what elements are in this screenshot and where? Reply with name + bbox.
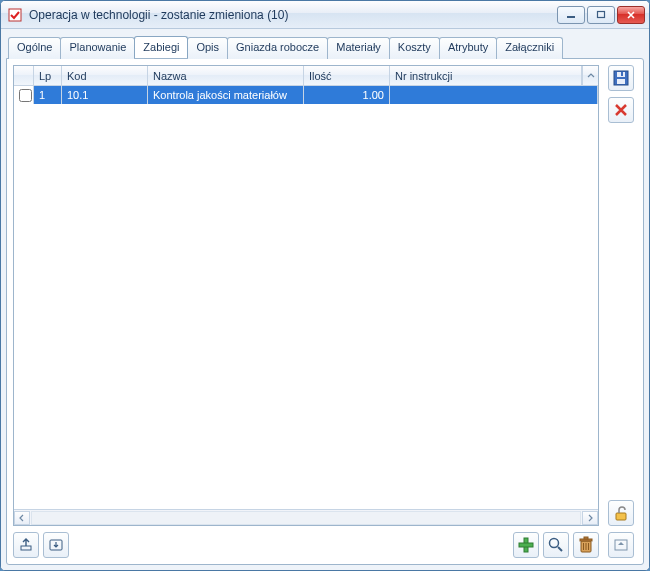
side-toolbar [605,65,637,558]
app-window: Operacja w technologii - zostanie zmieni… [0,0,650,571]
cell-kod: 10.1 [62,86,148,104]
scroll-up-button[interactable] [582,66,598,85]
tab-koszty[interactable]: Koszty [389,37,440,59]
tab-atrybuty[interactable]: Atrybuty [439,37,497,59]
app-icon [7,7,23,23]
export-button[interactable] [13,532,39,558]
cell-nazwa: Kontrola jakości materiałów [148,86,304,104]
chevron-left-icon [19,514,25,522]
cell-ilosc: 1.00 [304,86,390,104]
trash-icon [578,536,594,554]
table-row[interactable]: 1 10.1 Kontrola jakości materiałów 1.00 [14,86,598,104]
delete-button[interactable] [573,532,599,558]
cell-instr [390,86,598,104]
svg-rect-0 [9,9,21,21]
maximize-button[interactable] [587,6,615,24]
row-checkbox-cell[interactable] [14,86,34,104]
tab-ogolne[interactable]: Ogólne [8,37,61,59]
svg-rect-1 [567,16,575,18]
column-nazwa[interactable]: Nazwa [148,66,304,85]
cell-lp: 1 [34,86,62,104]
grid-body[interactable]: 1 10.1 Kontrola jakości materiałów 1.00 [14,86,598,509]
lock-button[interactable] [608,500,634,526]
tab-planowanie[interactable]: Planowanie [60,37,135,59]
column-checkbox[interactable] [14,66,34,85]
cancel-button[interactable] [608,97,634,123]
bottom-toolbar [13,532,599,558]
column-lp[interactable]: Lp [34,66,62,85]
svg-rect-10 [584,537,588,539]
x-icon [613,102,629,118]
tab-panel: Lp Kod Nazwa Ilość Nr instrukcji [6,58,644,565]
export-icon [18,537,34,553]
window-buttons [557,6,645,24]
content-area: Ogólne Planowanie Zabiegi Opis Gniazda r… [1,29,649,570]
collapse-icon [613,538,629,552]
tab-materialy[interactable]: Materiały [327,37,390,59]
scroll-right-button[interactable] [582,511,598,525]
close-button[interactable] [617,6,645,24]
maximize-icon [596,10,606,19]
minimize-icon [566,11,576,19]
svg-rect-13 [617,79,625,84]
magnifier-icon [547,536,565,554]
titlebar[interactable]: Operacja w technologii - zostanie zmieni… [1,1,649,29]
save-button[interactable] [608,65,634,91]
minimize-button[interactable] [557,6,585,24]
column-ilosc[interactable]: Ilość [304,66,390,85]
svg-rect-6 [519,543,533,547]
tab-gniazda[interactable]: Gniazda robocze [227,37,328,59]
padlock-open-icon [613,505,629,521]
window-title: Operacja w technologii - zostanie zmieni… [29,8,557,22]
column-kod[interactable]: Kod [62,66,148,85]
tab-zalaczniki[interactable]: Załączniki [496,37,563,59]
svg-rect-2 [598,12,605,18]
tab-opis[interactable]: Opis [187,37,228,59]
svg-rect-15 [616,513,626,520]
scroll-left-button[interactable] [14,511,30,525]
add-button[interactable] [513,532,539,558]
import-button[interactable] [43,532,69,558]
scroll-track[interactable] [31,511,581,525]
import-icon [48,537,64,553]
svg-rect-14 [621,72,623,76]
row-checkbox[interactable] [19,89,32,102]
close-icon [626,10,636,20]
svg-point-7 [550,539,559,548]
main-column: Lp Kod Nazwa Ilość Nr instrukcji [13,65,599,558]
view-button[interactable] [543,532,569,558]
floppy-icon [612,69,630,87]
column-instrukcja[interactable]: Nr instrukcji [390,66,582,85]
svg-rect-3 [21,546,31,550]
plus-icon [517,536,535,554]
horizontal-scrollbar[interactable] [14,509,598,525]
chevron-right-icon [587,514,593,522]
tab-bar: Ogólne Planowanie Zabiegi Opis Gniazda r… [8,36,644,58]
collapse-button[interactable] [608,532,634,558]
tab-zabiegi[interactable]: Zabiegi [134,36,188,58]
grid-header: Lp Kod Nazwa Ilość Nr instrukcji [14,66,598,86]
chevron-up-icon [587,72,595,80]
data-grid[interactable]: Lp Kod Nazwa Ilość Nr instrukcji [13,65,599,526]
